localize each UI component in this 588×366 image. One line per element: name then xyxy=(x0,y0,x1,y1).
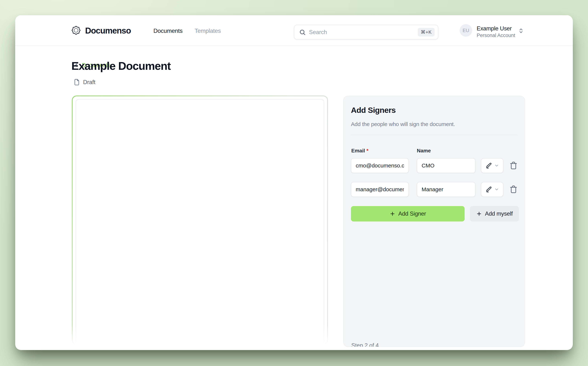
brand-name: Documenso xyxy=(85,26,131,36)
remove-signer-button[interactable] xyxy=(508,160,519,172)
email-label-text: Email xyxy=(351,148,365,153)
remove-signer-button[interactable] xyxy=(508,183,519,195)
signature-pen-icon xyxy=(485,186,492,193)
signer-email-field[interactable] xyxy=(351,182,409,197)
add-signer-label: Add Signer xyxy=(398,211,426,217)
documenso-logo-icon xyxy=(71,25,81,35)
signer-email-field[interactable] xyxy=(351,158,409,173)
signer-name-field[interactable] xyxy=(417,158,476,173)
user-name: Example User xyxy=(477,25,515,32)
signer-role-dropdown[interactable] xyxy=(481,182,503,197)
document-preview-inner xyxy=(73,96,327,344)
document-preview-frame xyxy=(72,95,328,345)
plus-icon xyxy=(390,211,395,217)
add-signer-button[interactable]: Add Signer xyxy=(351,206,465,221)
email-label: Email* xyxy=(351,148,369,154)
add-myself-label: Add myself xyxy=(485,211,513,217)
page-title: Example Document xyxy=(71,60,171,72)
search-shortcut-badge: ⌘+K xyxy=(418,28,435,37)
signer-actions-row: Add Signer Add myself xyxy=(344,206,525,221)
plus-icon xyxy=(476,211,482,217)
search-box[interactable]: ⌘+K xyxy=(294,25,438,39)
account-type: Personal Account xyxy=(477,33,515,38)
status-badge: Draft xyxy=(83,79,95,85)
signer-row xyxy=(344,182,525,197)
signer-name-field[interactable] xyxy=(417,182,476,197)
trash-icon xyxy=(509,185,518,194)
required-asterisk: * xyxy=(366,148,369,153)
signature-pen-icon xyxy=(485,162,492,169)
pdf-page xyxy=(76,99,324,344)
nav-item-templates[interactable]: Templates xyxy=(195,28,221,34)
add-myself-button[interactable]: Add myself xyxy=(470,206,519,221)
step-indicator: Step 2 of 4 xyxy=(351,342,379,347)
file-icon xyxy=(73,79,80,85)
divider xyxy=(351,135,517,135)
document-status: Draft xyxy=(73,79,95,85)
panel-title: Add Signers xyxy=(351,106,396,115)
signer-row xyxy=(344,158,525,173)
trash-icon xyxy=(509,161,518,170)
account-switcher[interactable]: Example User Personal Account xyxy=(477,25,515,38)
add-signers-panel: Add Signers Add the people who will sign… xyxy=(343,96,525,347)
signer-role-dropdown[interactable] xyxy=(481,158,503,173)
chevron-down-icon xyxy=(494,163,499,168)
chevrons-up-down-icon[interactable] xyxy=(518,27,524,34)
panel-subtitle: Add the people who will sign the documen… xyxy=(351,121,455,127)
avatar[interactable]: EU xyxy=(460,24,472,37)
app-window: Documenso Documents Templates ⌘+K EU Exa… xyxy=(15,15,573,350)
app-header: Documenso Documents Templates ⌘+K EU Exa… xyxy=(15,15,573,46)
chevron-down-icon xyxy=(494,187,499,192)
nav-item-documents[interactable]: Documents xyxy=(153,28,183,34)
search-input[interactable] xyxy=(309,29,418,36)
search-icon xyxy=(299,29,306,36)
name-label: Name xyxy=(417,148,431,154)
